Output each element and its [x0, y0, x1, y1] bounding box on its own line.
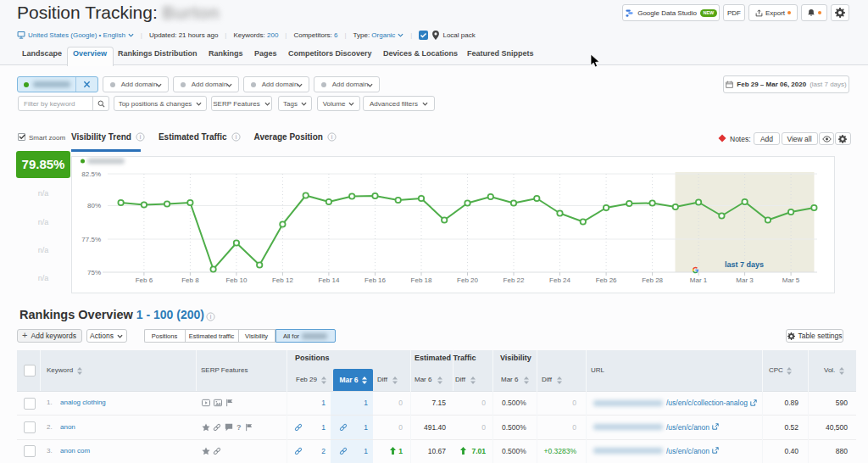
svg-text:Feb 10: Feb 10 [225, 276, 247, 284]
svg-text:Feb 26: Feb 26 [596, 276, 617, 284]
svg-text:Feb 14: Feb 14 [318, 276, 339, 284]
svg-text:80%: 80% [87, 202, 101, 209]
svg-text:i: i [235, 134, 236, 140]
svg-text:i: i [210, 314, 212, 320]
svg-text:Feb 20: Feb 20 [457, 276, 478, 284]
svg-text:Feb 18: Feb 18 [411, 276, 432, 284]
svg-text:Mar 3: Mar 3 [736, 276, 754, 284]
svg-text:Feb 16: Feb 16 [364, 276, 386, 284]
svg-text:last 7 days: last 7 days [725, 260, 764, 269]
svg-text:Mar 5: Mar 5 [782, 276, 800, 284]
svg-text:Feb 22: Feb 22 [504, 276, 525, 284]
svg-text:Feb 12: Feb 12 [272, 276, 293, 284]
svg-text:Feb 8: Feb 8 [181, 276, 199, 284]
svg-text:77.5%: 77.5% [81, 236, 101, 243]
svg-text:75%: 75% [87, 269, 101, 276]
svg-text:Feb 28: Feb 28 [642, 276, 663, 284]
svg-text:82.5%: 82.5% [81, 170, 101, 178]
svg-text:i: i [331, 134, 333, 140]
svg-text:Feb 24: Feb 24 [549, 276, 570, 284]
svg-text:Mar 1: Mar 1 [690, 276, 708, 284]
svg-text:i: i [140, 134, 142, 140]
svg-text:Feb 6: Feb 6 [136, 276, 153, 284]
